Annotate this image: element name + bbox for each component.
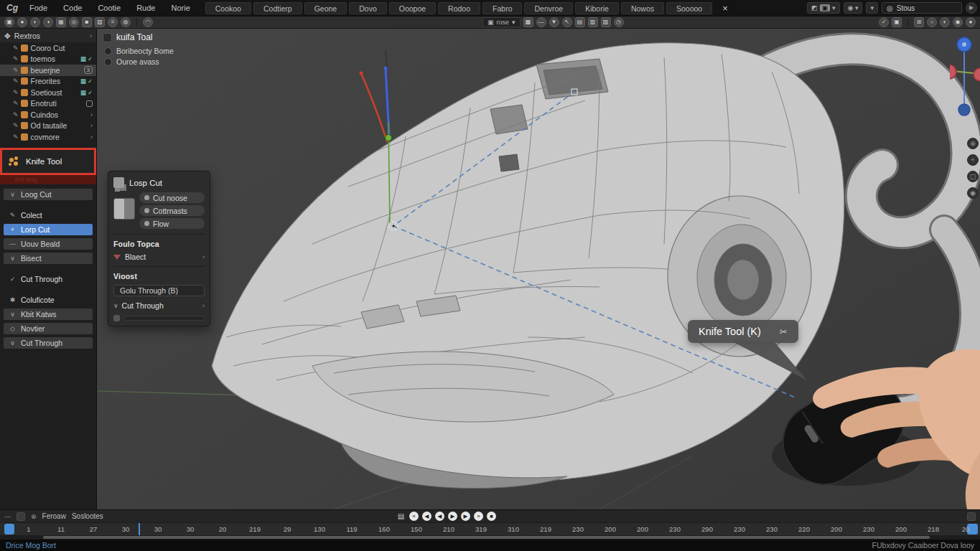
timeline-options-icon[interactable] xyxy=(967,512,976,521)
tree-item-8[interactable]: ✎covmore› xyxy=(0,131,96,143)
overlay-icon-1[interactable]: ▤ xyxy=(575,17,585,27)
face-select-icon[interactable]: ◑ xyxy=(43,17,53,27)
tree-item-7[interactable]: ✎Od tautaile› xyxy=(0,121,96,132)
falloff-dropdown[interactable]: Blaect › xyxy=(113,253,205,261)
workspace-tab-0[interactable]: Cookoo xyxy=(205,2,251,14)
vertex-select-icon[interactable]: ● xyxy=(17,17,27,27)
play-reverse-icon[interactable]: ◀ xyxy=(435,512,444,521)
tool-button-colect[interactable]: ✎Colect xyxy=(4,209,93,221)
collapse-icon[interactable]: — xyxy=(4,513,11,520)
mode-icon[interactable]: ▣ xyxy=(4,17,14,27)
tree-item-6[interactable]: ✎Cuindos› xyxy=(0,109,96,121)
prev-keyframe-icon[interactable]: ◀ xyxy=(422,512,431,521)
close-tab-icon[interactable]: × xyxy=(718,3,732,14)
overlay-icon-2[interactable]: ▥ xyxy=(588,17,598,27)
render-icon[interactable]: ✓ xyxy=(88,89,93,96)
menu-item-1[interactable]: Code xyxy=(55,0,90,16)
value-slider[interactable] xyxy=(124,316,205,321)
tool-button-cut-through[interactable]: ∨Cut Through xyxy=(4,337,93,349)
workspace-tab-3[interactable]: Dovo xyxy=(349,2,387,14)
outliner-header[interactable]: ✥ Rextros › xyxy=(0,29,96,42)
mode-dropdown[interactable]: ◩ ▣ ▾ xyxy=(807,2,840,14)
tree-item-0[interactable]: ✎Cooro Cut xyxy=(0,42,96,54)
popup-option-0[interactable]: Cut noose xyxy=(139,192,205,203)
select-box-icon[interactable]: ▦ xyxy=(56,17,66,27)
orientation-dropdown[interactable]: ▣ rose ▾ xyxy=(482,17,521,27)
overlay-icon-4[interactable]: ◷ xyxy=(614,17,624,27)
camera-view-icon[interactable]: ▢ xyxy=(967,171,979,182)
workspace-tab-4[interactable]: Ooopoe xyxy=(389,2,436,14)
tool-button-novtier[interactable]: ◇Novtier xyxy=(4,323,93,334)
annotate-icon[interactable]: ▧ xyxy=(95,17,105,27)
shading-solid-icon[interactable]: ◐ xyxy=(940,17,950,27)
xray-toggle-icon[interactable]: ⊞ xyxy=(914,17,924,27)
addon-icon[interactable]: ◍ xyxy=(121,17,131,27)
scrollbar-thumb[interactable] xyxy=(43,536,930,539)
viewport-3d[interactable]: kuifa Toal Boribeocty Bome Ouroe avass L… xyxy=(97,29,980,509)
tree-item-1[interactable]: ✎toemos▦✓ xyxy=(0,54,96,65)
shading-rendered-icon[interactable]: ● xyxy=(966,17,976,27)
tool-button-bisect[interactable]: ∨Bisect xyxy=(4,253,93,264)
overlay-icon-3[interactable]: ▨ xyxy=(601,17,611,27)
knife-tool-highlight[interactable]: Knife Tool xyxy=(0,148,96,175)
shading-material-icon[interactable]: ◉ xyxy=(953,17,963,27)
tree-item-4[interactable]: ✎Soetioust▦✓ xyxy=(0,87,96,98)
menu-item-3[interactable]: Rude xyxy=(129,0,163,16)
magnet-icon[interactable]: ▼ xyxy=(549,17,559,27)
shading-wireframe-icon[interactable]: ○ xyxy=(927,17,937,27)
tool-button-uouv-beald[interactable]: —Uouv Beald xyxy=(4,238,93,250)
scene-action-button[interactable]: ▶ xyxy=(966,2,977,14)
workspace-tab-7[interactable]: Denvroe xyxy=(524,2,573,14)
menu-item-0[interactable]: Fode xyxy=(22,0,55,16)
snap-toggle-icon[interactable]: — xyxy=(536,17,546,27)
measure-icon[interactable]: ≡ xyxy=(108,17,118,27)
playhead-start[interactable] xyxy=(4,524,14,534)
globe-icon[interactable]: ⊕ xyxy=(31,513,37,520)
next-keyframe-icon[interactable]: ▶ xyxy=(461,512,470,521)
timeline-menu-1[interactable]: Feroaw xyxy=(42,512,66,520)
tree-item-2[interactable]: ✎beuerjne3 xyxy=(0,65,96,76)
stop-icon[interactable]: ■ xyxy=(487,512,496,521)
jump-end-icon[interactable]: » xyxy=(474,512,483,521)
render-icon[interactable]: ✓ xyxy=(88,77,93,85)
timeline-menu-2[interactable]: Soslootes xyxy=(72,512,103,520)
tool-button-kbit-katws[interactable]: ∨Kbit Katws xyxy=(4,309,93,320)
gizmo-dropdown-icon[interactable]: ✓ xyxy=(879,17,889,27)
pivot-icon[interactable]: ▩ xyxy=(523,17,533,27)
app-logo-icon[interactable]: Cg xyxy=(3,3,22,13)
visibility-icon[interactable]: ▦ xyxy=(80,77,86,85)
perspective-toggle-icon[interactable]: ◉ xyxy=(967,187,979,199)
tool-button-coluficote[interactable]: ✱Coluficote xyxy=(4,294,93,306)
edge-select-icon[interactable]: ◐ xyxy=(30,17,40,27)
scene-name-field[interactable]: ◎ Stous xyxy=(882,2,962,14)
menu-item-4[interactable]: Norie xyxy=(163,0,197,16)
cut-through-button[interactable]: Golu Through (B) xyxy=(113,285,205,296)
tree-item-5[interactable]: ✎Enotruti xyxy=(0,98,96,110)
zoom-icon[interactable]: ⊕ xyxy=(967,138,979,149)
popup-option-2[interactable]: Flow xyxy=(139,218,205,229)
playhead-marker[interactable] xyxy=(139,523,140,536)
render-icon[interactable]: ✓ xyxy=(88,55,93,62)
pan-icon[interactable]: + xyxy=(967,154,979,166)
popup-option-1[interactable]: Cottrnasts xyxy=(139,205,205,216)
menu-icon[interactable]: ▤ xyxy=(396,512,406,521)
editor-type-icon[interactable] xyxy=(17,512,25,521)
transform-icon[interactable]: ■ xyxy=(82,17,92,27)
tool-option-2[interactable]: Ouroe avass xyxy=(104,57,174,66)
workspace-tab-5[interactable]: Rodoo xyxy=(438,2,480,14)
visibility-icon[interactable]: ▦ xyxy=(80,55,86,62)
navigation-gizmo[interactable] xyxy=(950,34,980,128)
timeline-scrollbar[interactable] xyxy=(0,535,980,540)
settings-dropdown[interactable]: ◉ ▾ xyxy=(844,2,863,14)
cut-through-row[interactable]: ∨ Cut Through › xyxy=(113,301,205,310)
play-icon[interactable]: ▶ xyxy=(448,512,457,521)
checkbox-icon[interactable] xyxy=(113,315,120,321)
cursor-tool-icon[interactable]: ◎ xyxy=(69,17,79,27)
menu-item-2[interactable]: Cootie xyxy=(90,0,129,16)
tool-button-loog-cut[interactable]: ∨Loog Cut xyxy=(4,189,93,200)
jump-start-icon[interactable]: « xyxy=(409,512,419,521)
workspace-tab-2[interactable]: Geone xyxy=(304,2,347,14)
workspace-tab-1[interactable]: Codtierp xyxy=(253,2,302,14)
tool-button-lorp-cut[interactable]: +Lorp Cut xyxy=(4,224,93,235)
tool-button-cut-through[interactable]: ✓Cut Through xyxy=(4,273,93,285)
